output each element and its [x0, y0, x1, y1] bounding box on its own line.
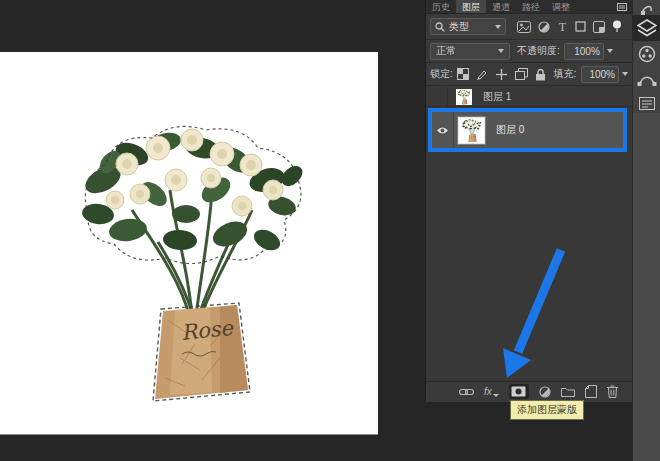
type-layer-filter-icon[interactable]: T	[557, 21, 568, 32]
layer-1-name[interactable]: 图层 1	[483, 90, 511, 104]
adjustment-layer-filter-icon[interactable]	[538, 21, 550, 33]
fill-value-text: 100%	[589, 69, 615, 80]
fx-label: fx	[484, 386, 492, 397]
layers-list: 图层 1 图层 0	[426, 86, 632, 386]
layer-row-1[interactable]: 图层 1	[426, 87, 632, 107]
visibility-toggle-layer-1[interactable]	[426, 87, 448, 106]
tab-history[interactable]: 历史	[426, 0, 456, 13]
chevron-down-icon	[607, 49, 613, 53]
properties-panel-icon[interactable]	[633, 93, 660, 113]
chevron-down-icon	[495, 25, 501, 29]
svg-text:T: T	[559, 21, 567, 32]
link-layers-icon[interactable]	[459, 388, 474, 396]
lock-all-icon[interactable]	[535, 68, 546, 81]
pixel-layer-filter-icon[interactable]	[517, 21, 531, 33]
lock-artboard-icon[interactable]	[515, 68, 528, 80]
tooltip-text: 添加图层蒙版	[517, 404, 577, 415]
layers-bottom-bar: fx	[426, 381, 632, 401]
filter-type-label: 类型	[449, 20, 469, 34]
smart-object-filter-icon[interactable]	[593, 21, 605, 33]
panel-tab-bar: 历史 图层 通道 路径 调整	[426, 0, 632, 14]
lock-row: 锁定: 填充: 100%	[426, 63, 632, 86]
chevron-down-icon	[493, 394, 499, 397]
tab-adjustments[interactable]: 调整	[546, 0, 576, 13]
layer-0-thumbnail[interactable]	[458, 117, 485, 144]
new-adjustment-layer-button[interactable]	[539, 386, 551, 398]
new-layer-button[interactable]	[585, 385, 597, 398]
add-layer-mask-button[interactable]	[509, 384, 529, 399]
right-panel-strip	[632, 0, 660, 461]
opacity-stepper[interactable]	[607, 49, 613, 53]
history-panel-icon[interactable]	[633, 0, 660, 15]
layer-mask-icon	[511, 386, 526, 397]
tab-paths[interactable]: 路径	[516, 0, 546, 13]
new-group-button[interactable]	[561, 386, 575, 397]
layer-row-0[interactable]: 图层 0	[432, 112, 623, 148]
color-panel-icon[interactable]	[633, 41, 660, 67]
tooltip-add-layer-mask: 添加图层蒙版	[510, 400, 584, 420]
lock-label: 锁定:	[430, 67, 453, 81]
lock-image-pixels-icon[interactable]	[476, 68, 488, 80]
rose-bouquet-image: Rose	[70, 118, 310, 408]
layer-1-thumbnail[interactable]	[456, 89, 472, 105]
blend-mode-select[interactable]: 正常	[430, 43, 510, 60]
chevron-down-icon	[498, 49, 504, 53]
search-icon	[435, 22, 445, 32]
chevron-down-icon	[622, 72, 628, 76]
opacity-value[interactable]: 100%	[564, 43, 604, 60]
filter-type-select[interactable]: 类型	[430, 18, 506, 35]
photoshop-window: Rose 历史 图层 通道 路径 调整	[0, 0, 660, 461]
blend-mode-value: 正常	[436, 44, 456, 58]
visibility-toggle-layer-0[interactable]	[432, 112, 454, 148]
shape-layer-filter-icon[interactable]	[575, 21, 586, 32]
fill-value[interactable]: 100%	[581, 66, 619, 83]
layers-panel-icon[interactable]	[633, 15, 660, 41]
paths-panel-icon[interactable]	[633, 67, 660, 93]
fill-stepper[interactable]	[622, 72, 628, 76]
panel-options-icon[interactable]	[617, 3, 627, 11]
layer-filter-row: 类型 T	[426, 14, 632, 40]
layers-panel: 历史 图层 通道 路径 调整 类型	[425, 0, 632, 402]
tab-layers[interactable]: 图层	[456, 0, 486, 13]
layer-0-name[interactable]: 图层 0	[496, 123, 524, 137]
fill-label: 填充:	[554, 67, 577, 81]
eye-icon	[436, 126, 449, 135]
layer-style-fx-button[interactable]: fx	[484, 386, 499, 397]
tab-channels[interactable]: 通道	[486, 0, 516, 13]
paper-bag: Rose	[155, 305, 248, 399]
lock-transparent-pixels-icon[interactable]	[457, 68, 469, 80]
annotation-highlight-box: 图层 0	[428, 108, 627, 152]
roses	[106, 129, 283, 216]
opacity-value-text: 100%	[574, 46, 600, 57]
filter-toggle-icon[interactable]	[612, 20, 622, 33]
document-canvas[interactable]: Rose	[0, 52, 378, 434]
lock-position-icon[interactable]	[495, 68, 508, 81]
delete-layer-icon[interactable]	[607, 385, 618, 398]
blend-row: 正常 不透明度: 100%	[426, 40, 632, 63]
opacity-label: 不透明度:	[517, 44, 560, 58]
